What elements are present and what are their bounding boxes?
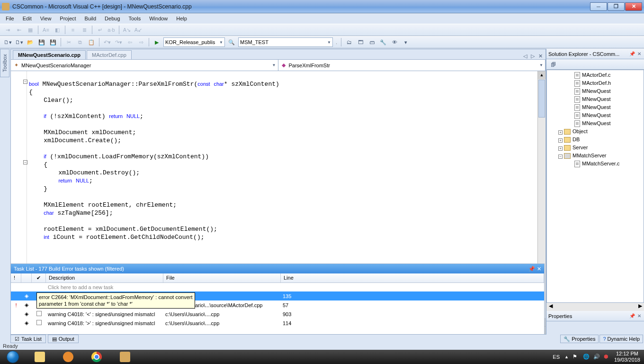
- copy-icon[interactable]: ⧉: [75, 37, 85, 47]
- tree-scrollbar[interactable]: ◀▶: [546, 303, 644, 311]
- properties-icon[interactable]: 🗔: [356, 37, 365, 47]
- panel-close-icon[interactable]: ✕: [636, 313, 642, 319]
- tab-close-icon[interactable]: ✕: [537, 53, 544, 59]
- dynamic-help-tab[interactable]: ?Dynamic Help: [599, 335, 643, 343]
- nav-fwd-icon[interactable]: ⇨: [136, 37, 146, 47]
- redo-icon[interactable]: ↷▾: [114, 37, 123, 47]
- undo-icon[interactable]: ↶▾: [102, 37, 112, 47]
- clock[interactable]: 12:12 PM19/03/2018: [614, 351, 640, 363]
- explorer-icon[interactable]: [26, 350, 54, 364]
- menu-build[interactable]: Build: [81, 15, 100, 22]
- menu-debug[interactable]: Debug: [101, 15, 124, 22]
- class-combo[interactable]: ✦MNewQuestScenarioManager▼: [11, 60, 278, 71]
- nav-back-icon[interactable]: ⇦: [125, 37, 134, 47]
- fold-icon[interactable]: −: [23, 80, 27, 84]
- show-hidden-icon[interactable]: ▲: [564, 355, 569, 359]
- menu-project[interactable]: Project: [56, 15, 80, 22]
- wordwrap-icon[interactable]: ↵: [95, 25, 105, 35]
- solution-tree[interactable]: MActorDef.c MActorDef.h MNewQuest MNewQu…: [546, 70, 644, 303]
- pin-icon[interactable]: 📌: [528, 266, 535, 272]
- language-indicator[interactable]: ES: [552, 354, 561, 360]
- standard-toolbar: 🗋▾ 🗋▾ 📂 💾 💾 ✂ ⧉ 📋 ↶▾ ↷▾ ⇦ ⇨ ▶ KOR_Releas…: [0, 36, 644, 48]
- tab-next-icon[interactable]: ▷: [529, 53, 536, 59]
- menu-view[interactable]: View: [36, 15, 55, 22]
- status-bar: Ready: [0, 343, 644, 350]
- volume-icon[interactable]: 🔊: [593, 354, 600, 360]
- tab-inactive[interactable]: MActorDef.cpp: [87, 50, 132, 59]
- cut-icon[interactable]: ✂: [64, 37, 73, 47]
- chrome-icon[interactable]: [83, 350, 110, 364]
- task-row[interactable]: ◈warning C4018: '<' : signed/unsigned mi…: [11, 309, 544, 318]
- properties-tab[interactable]: 🔧Properties: [560, 335, 599, 343]
- tab-icon[interactable]: A≡: [41, 25, 51, 35]
- more-icon[interactable]: ▾: [401, 37, 411, 47]
- menu-help[interactable]: Help: [172, 15, 191, 22]
- solution-explorer-icon[interactable]: 🗂: [344, 37, 354, 47]
- properties-panel: [546, 321, 644, 335]
- menu-bar: File Edit View Project Build Debug Tools…: [0, 13, 644, 24]
- menu-edit[interactable]: Edit: [19, 15, 36, 22]
- block-icon[interactable]: ≡: [68, 25, 78, 35]
- output-tab[interactable]: ▤Output: [48, 335, 79, 343]
- decrease-icon[interactable]: A↙: [134, 25, 143, 35]
- menu-window[interactable]: Window: [145, 15, 171, 22]
- start-button[interactable]: [0, 350, 26, 364]
- start-icon[interactable]: ▶: [152, 37, 161, 47]
- menu-file[interactable]: File: [2, 15, 18, 22]
- save-icon[interactable]: 💾: [37, 37, 46, 47]
- task-list-panel: Task List - 177 Build Error tasks shown …: [10, 264, 545, 335]
- panel-close-icon[interactable]: ✕: [537, 266, 541, 272]
- solution-toolbar: 🗐: [546, 59, 644, 70]
- menu-tools[interactable]: Tools: [125, 15, 145, 22]
- lines-icon[interactable]: ≣: [80, 25, 89, 35]
- fold-icon[interactable]: −: [23, 160, 27, 164]
- tab-prev-icon[interactable]: ◁: [522, 53, 528, 59]
- whitespace-icon[interactable]: a·b: [107, 25, 116, 35]
- member-combo[interactable]: ◆ParseXmlFromStr▼: [278, 60, 546, 71]
- format-toolbar: ⇥ ⇤ ▦ A≡ ◧ ≡ ≣ ↵ a·b A↘ A↙: [0, 24, 644, 36]
- close-button[interactable]: ✕: [625, 2, 642, 11]
- pin-icon[interactable]: 📌: [629, 51, 635, 57]
- maximize-button[interactable]: ❐: [608, 2, 625, 11]
- add-item-icon[interactable]: 🗋▾: [14, 37, 24, 47]
- object-browser-icon[interactable]: 🗃: [367, 37, 376, 47]
- completion-icon[interactable]: A↘: [122, 25, 132, 35]
- windows-taskbar: ES ▲ ⚑ 🌐 🔊 ⬢ 12:12 PM19/03/2018: [0, 350, 644, 364]
- output-icon: ▤: [52, 336, 57, 342]
- paste-icon[interactable]: 📋: [87, 37, 96, 47]
- view-code-icon[interactable]: 🗐: [548, 60, 558, 69]
- tray-app-icon[interactable]: ⬢: [604, 354, 610, 360]
- add-task-row[interactable]: Click here to add a new task: [11, 283, 544, 291]
- indent-icon[interactable]: ⇥: [3, 25, 12, 35]
- window-title: CSCommon - Microsoft Visual C++ [design]…: [12, 3, 192, 10]
- help-icon: ?: [603, 336, 606, 342]
- mediaplayer-icon[interactable]: [54, 350, 82, 364]
- flag-icon[interactable]: ⚑: [572, 354, 579, 360]
- tasklist-header[interactable]: ! ✔ Description File Line: [11, 273, 544, 283]
- properties-title: Properties 📌✕: [546, 311, 644, 321]
- task-row[interactable]: ◈warning C4018: '>' : signed/unsigned mi…: [11, 318, 544, 328]
- tab-active[interactable]: MNewQuestScenario.cpp: [13, 50, 86, 59]
- outdent-icon[interactable]: ⇤: [14, 25, 24, 35]
- class-view-icon[interactable]: 👁: [390, 37, 399, 47]
- panel-close-icon[interactable]: ✕: [636, 51, 642, 57]
- bookmark-icon[interactable]: ◧: [53, 25, 62, 35]
- save-all-icon[interactable]: 💾: [48, 37, 58, 47]
- find-combo[interactable]: MSM_TEST▼: [238, 37, 333, 47]
- app-icon: [2, 3, 9, 10]
- open-icon[interactable]: 📂: [26, 37, 35, 47]
- network-icon[interactable]: 🌐: [583, 354, 590, 360]
- minimize-button[interactable]: ─: [590, 2, 607, 11]
- pin-icon[interactable]: 📌: [629, 313, 635, 319]
- comment-icon[interactable]: ▦: [26, 25, 35, 35]
- wrench-icon: 🔧: [564, 336, 570, 342]
- vs-icon[interactable]: [111, 350, 139, 364]
- check-icon: ☑: [15, 336, 19, 342]
- new-project-icon[interactable]: 🗋▾: [3, 37, 12, 47]
- class-icon: ✦: [13, 62, 19, 69]
- tasklist-tab[interactable]: ☑Task List: [10, 335, 46, 343]
- config-combo[interactable]: KOR_Release_publis▼: [163, 37, 225, 47]
- tasklist-body[interactable]: Click here to add a new task ◈error C266…: [11, 283, 544, 334]
- find-icon[interactable]: 🔍: [227, 37, 236, 47]
- toolbox-icon[interactable]: 🔧: [378, 37, 388, 47]
